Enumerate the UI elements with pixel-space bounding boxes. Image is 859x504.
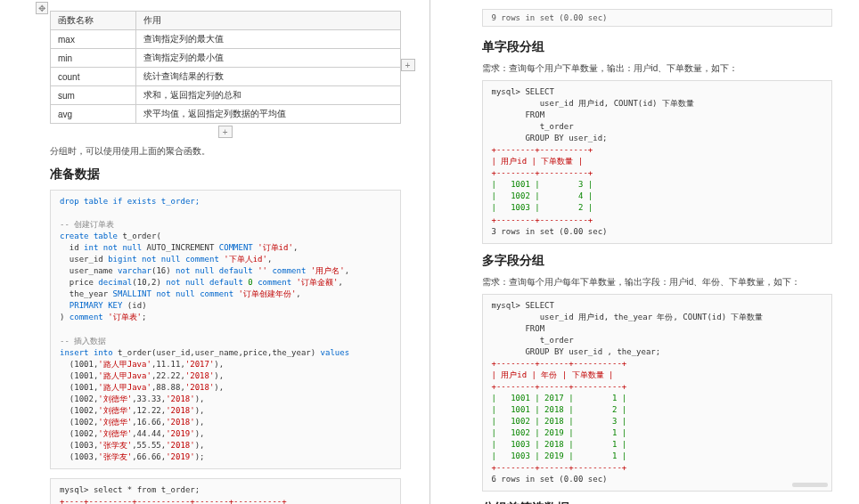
table-row: count统计查询结果的行数 bbox=[51, 68, 401, 86]
heading-filter-before: 分组前筛选数据 bbox=[482, 500, 833, 504]
code-multi-group: mysql> SELECT user_id 用户id, the_year 年份,… bbox=[482, 294, 833, 492]
col-header-name: 函数名称 bbox=[51, 12, 136, 30]
code-select-result: mysql> select * from t_order; +----+----… bbox=[50, 478, 401, 504]
right-page: 9 rows in set (0.00 sec) 单字段分组 需求：查询每个用户… bbox=[432, 0, 860, 504]
scrollbar-icon[interactable] bbox=[792, 483, 828, 487]
page-divider bbox=[430, 0, 430, 504]
table-row: avg求平均值，返回指定列数据的平均值 bbox=[51, 105, 401, 124]
code-prepare-data: drop table if exists t_order; -- 创建订单表 c… bbox=[50, 190, 401, 469]
functions-table: 函数名称 作用 max查询指定列的最大值 min查询指定列的最小值 count统… bbox=[50, 11, 401, 124]
heading-prepare-data: 准备数据 bbox=[50, 167, 401, 183]
add-column-button[interactable]: + bbox=[401, 59, 415, 71]
heading-single-field: 单字段分组 bbox=[482, 39, 833, 55]
left-page: ✥ 函数名称 作用 max查询指定列的最大值 min查询指定列的最小值 coun… bbox=[0, 0, 428, 504]
table-note: 分组时，可以使用使用上面的聚合函数。 bbox=[50, 145, 401, 158]
overflow-result: 9 rows in set (0.00 sec) bbox=[482, 9, 833, 27]
desc-multi: 需求：查询每个用户每年下单数量，输出字段：用户id、年份、下单数量，如下： bbox=[482, 276, 833, 289]
table-row: min查询指定列的最小值 bbox=[51, 49, 401, 68]
add-row-button[interactable]: + bbox=[218, 126, 233, 138]
table-row: sum求和，返回指定列的总和 bbox=[51, 86, 401, 105]
code-single-group: mysql> SELECT user_id 用户id, COUNT(id) 下单… bbox=[482, 80, 833, 244]
heading-multi-field: 多字段分组 bbox=[482, 253, 833, 269]
col-header-desc: 作用 bbox=[135, 12, 400, 30]
move-handle-icon[interactable]: ✥ bbox=[36, 2, 48, 14]
table-row: max查询指定列的最大值 bbox=[51, 30, 401, 49]
desc-single: 需求：查询每个用户下单数量，输出：用户id、下单数量，如下： bbox=[482, 62, 833, 75]
